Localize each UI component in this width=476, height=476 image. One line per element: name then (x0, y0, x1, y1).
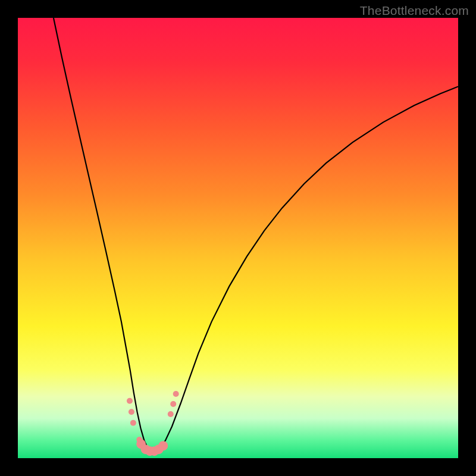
marker-point (168, 411, 174, 417)
marker-point (170, 401, 176, 407)
plot-area (18, 18, 458, 458)
marker-point (130, 420, 136, 426)
marker-point (158, 441, 168, 450)
gradient-rect (18, 18, 458, 458)
marker-point (127, 398, 133, 404)
chart-svg (18, 18, 458, 458)
marker-point (173, 391, 179, 397)
marker-point (129, 409, 134, 415)
watermark-text: TheBottleneck.com (360, 4, 469, 18)
outer-frame: TheBottleneck.com (0, 0, 476, 476)
